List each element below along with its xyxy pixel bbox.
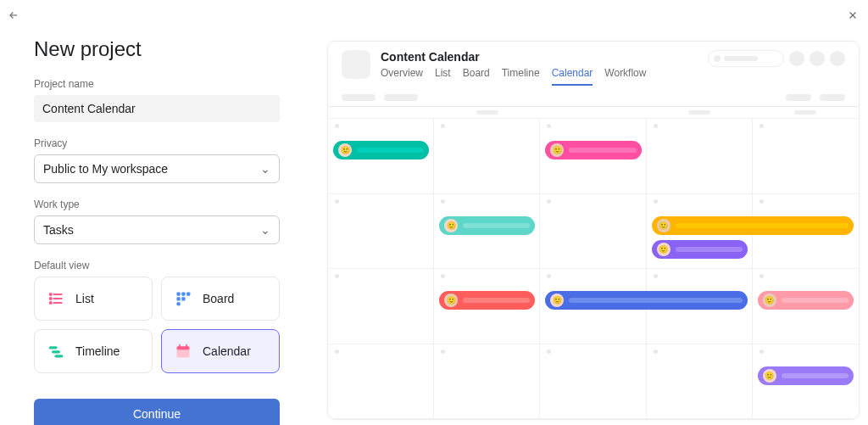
tab-timeline[interactable]: Timeline [502, 67, 540, 86]
privacy-select[interactable]: Public to My workspace ⌄ [34, 154, 280, 183]
calendar-cell[interactable] [647, 119, 753, 194]
avatar: 🙂 [338, 143, 352, 157]
svg-rect-9 [177, 297, 181, 300]
avatar: 🙂 [550, 294, 564, 307]
chevron-down-icon: ⌄ [260, 223, 270, 237]
header-actions-skeleton [708, 50, 845, 67]
calendar-event[interactable]: 🙂 [545, 291, 747, 310]
view-tile-list[interactable]: List [34, 277, 153, 321]
preview-project-title: Content Calendar [381, 50, 698, 64]
svg-rect-6 [177, 293, 181, 296]
svg-rect-14 [54, 355, 63, 357]
svg-rect-11 [177, 302, 181, 305]
avatar: 🙂 [444, 294, 458, 307]
avatar: 🙂 [657, 219, 670, 232]
tab-calendar[interactable]: Calendar [552, 67, 593, 86]
tab-board[interactable]: Board [463, 67, 490, 86]
avatar: 🙂 [444, 219, 458, 232]
calendar-cell[interactable] [328, 194, 434, 270]
toolbar-skeleton [328, 86, 859, 106]
view-tile-board[interactable]: Board [161, 277, 280, 321]
event-bar-skeleton [569, 298, 742, 303]
calendar-event[interactable]: 🙂 [333, 141, 429, 159]
avatar: 🙂 [550, 143, 564, 157]
calendar-cell[interactable] [647, 344, 753, 420]
event-bar-skeleton [357, 148, 424, 153]
calendar-event[interactable]: 🙂 [439, 216, 535, 235]
view-tile-label: List [75, 292, 94, 305]
svg-point-5 [50, 302, 52, 304]
work-type-value: Tasks [43, 223, 74, 237]
calendar-event[interactable]: 🙂 [545, 141, 641, 159]
list-icon [47, 289, 65, 308]
event-bar-skeleton [676, 247, 743, 252]
calendar-grid: 🙂🙂🙂🙂🙂🙂🙂🙂🙂 [328, 119, 859, 419]
back-arrow-icon[interactable] [5, 7, 22, 24]
event-bar-skeleton [676, 223, 849, 228]
tab-overview[interactable]: Overview [381, 67, 423, 86]
calendar-cell[interactable] [328, 269, 434, 344]
default-view-grid: List Board Timeline Calendar [34, 277, 280, 373]
calendar-event[interactable]: 🙂 [439, 291, 535, 310]
privacy-label: Privacy [34, 137, 280, 149]
svg-rect-7 [181, 293, 185, 296]
new-project-form: New project Project name Privacy Public … [0, 32, 305, 425]
view-tile-calendar[interactable]: Calendar [161, 329, 280, 373]
board-icon [174, 289, 192, 308]
project-name-label: Project name [34, 78, 280, 90]
event-bar-skeleton [463, 298, 530, 303]
svg-rect-18 [186, 344, 187, 348]
avatar: 🙂 [657, 243, 670, 256]
avatar: 🙂 [763, 369, 776, 383]
calendar-day-headers [328, 107, 859, 119]
view-tile-timeline[interactable]: Timeline [34, 329, 153, 373]
calendar-event[interactable]: 🙂 [758, 291, 854, 310]
chevron-down-icon: ⌄ [260, 162, 270, 176]
calendar-cell[interactable] [753, 119, 859, 194]
tab-list[interactable]: List [435, 67, 451, 86]
calendar-cell[interactable] [328, 344, 434, 420]
preview-tabs: Overview List Board Timeline Calendar Wo… [381, 67, 698, 86]
svg-point-3 [50, 294, 52, 295]
svg-rect-12 [49, 346, 58, 349]
preview-card: Content Calendar Overview List Board Tim… [327, 41, 860, 420]
calendar-cell[interactable] [434, 344, 540, 420]
event-bar-skeleton [569, 148, 636, 153]
calendar-cell[interactable] [540, 194, 646, 270]
calendar-event[interactable]: 🙂 [758, 366, 854, 385]
event-bar-skeleton [782, 298, 849, 303]
work-type-label: Work type [34, 199, 280, 210]
view-tile-label: Calendar [203, 344, 251, 358]
calendar-cell[interactable] [540, 344, 646, 420]
close-icon[interactable] [844, 7, 861, 24]
page-title: New project [34, 37, 280, 61]
svg-point-4 [50, 298, 52, 299]
project-icon-placeholder [342, 50, 370, 79]
calendar-preview: 🙂🙂🙂🙂🙂🙂🙂🙂🙂 [328, 106, 859, 419]
avatar: 🙂 [763, 294, 776, 307]
svg-rect-8 [186, 293, 190, 296]
event-bar-skeleton [463, 223, 530, 228]
svg-rect-16 [177, 346, 190, 350]
work-type-select[interactable]: Tasks ⌄ [34, 215, 280, 244]
calendar-event[interactable]: 🙂 [652, 216, 854, 235]
project-name-input[interactable] [34, 95, 280, 122]
default-view-label: Default view [34, 260, 280, 271]
privacy-value: Public to My workspace [43, 162, 168, 176]
calendar-event[interactable]: 🙂 [652, 240, 748, 259]
view-tile-label: Board [203, 292, 234, 305]
calendar-icon [174, 342, 192, 361]
preview-panel: Content Calendar Overview List Board Tim… [305, 32, 868, 425]
event-bar-skeleton [782, 373, 849, 378]
calendar-cell[interactable] [434, 119, 540, 194]
svg-rect-13 [52, 350, 60, 353]
svg-rect-17 [179, 344, 181, 348]
continue-button[interactable]: Continue [34, 399, 280, 425]
svg-rect-10 [181, 297, 185, 300]
timeline-icon [47, 342, 65, 361]
tab-workflow[interactable]: Workflow [604, 67, 646, 86]
view-tile-label: Timeline [75, 344, 120, 358]
